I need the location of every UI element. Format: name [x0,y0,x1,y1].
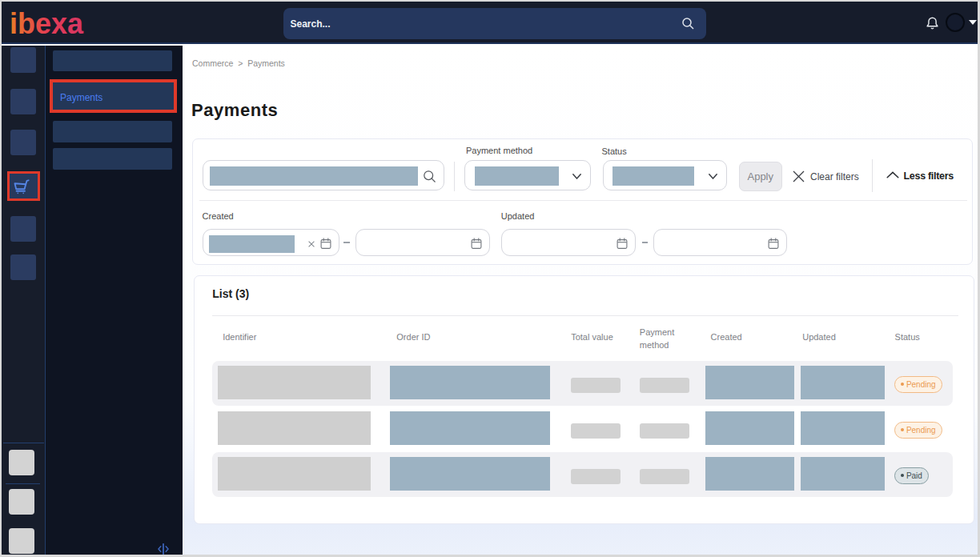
svg-text:ibexa: ibexa [10,7,84,39]
